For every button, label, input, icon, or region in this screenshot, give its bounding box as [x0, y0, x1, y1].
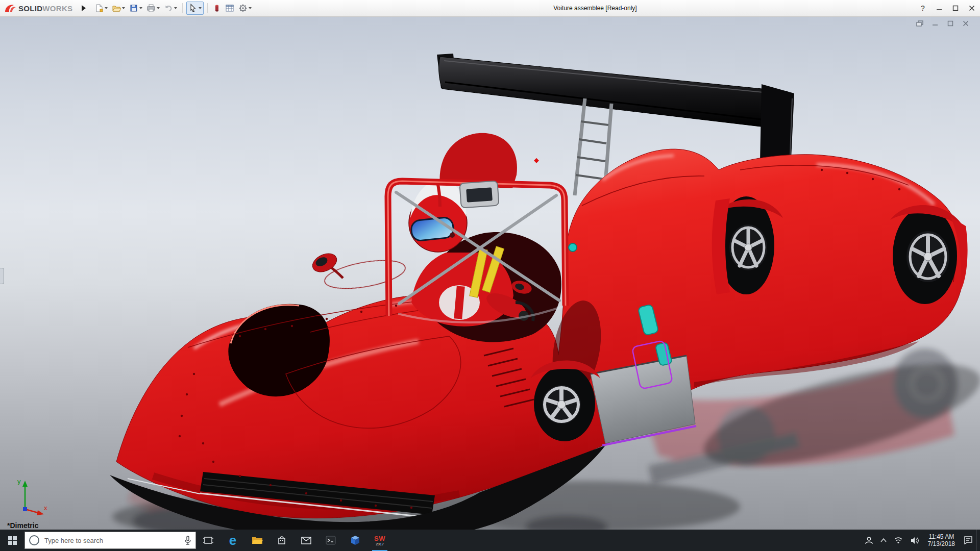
y-axis-arrow [22, 481, 28, 487]
dropdown-caret[interactable] [122, 7, 125, 9]
volume-icon [910, 537, 919, 544]
store-icon [277, 536, 286, 545]
tray-overflow-button[interactable] [877, 530, 890, 551]
maximize-button[interactable] [947, 0, 964, 16]
x-axis-arrow [37, 510, 44, 515]
title-bar: SOLIDWORKS [0, 0, 980, 17]
document-window-controls [916, 20, 970, 27]
doc-minimize-icon [932, 20, 938, 27]
network-button[interactable] [890, 530, 906, 551]
appearance-cylinder-icon [213, 4, 221, 13]
undo-button[interactable] [162, 2, 179, 14]
y-axis-label: y [17, 478, 21, 485]
dropdown-caret[interactable] [157, 7, 160, 9]
store-button[interactable] [270, 530, 294, 551]
help-glyph: ? [921, 4, 925, 12]
view-orientation-label: *Dimetric [7, 521, 38, 530]
windows-taskbar: e SW 2017 [0, 530, 980, 551]
doc-close-button[interactable] [962, 20, 970, 27]
action-center-icon [964, 536, 973, 544]
brand-text: SOLIDWORKS [18, 4, 72, 13]
start-icon [8, 536, 17, 545]
command-prompt-icon [326, 536, 336, 545]
system-tray: 11:45 AM 7/13/2018 [861, 530, 980, 551]
dropdown-caret[interactable] [249, 7, 252, 9]
start-button[interactable] [0, 530, 24, 551]
model-scene [0, 17, 980, 530]
sketch-point-mark [534, 158, 539, 163]
options-gear-icon [238, 4, 248, 13]
taskbar-search[interactable] [24, 532, 196, 549]
options-button[interactable] [237, 2, 253, 14]
action-center-button[interactable] [960, 530, 976, 551]
toolbar-separator [207, 3, 208, 13]
mail-button[interactable] [294, 530, 318, 551]
close-button[interactable] [964, 0, 980, 16]
edge-icon: e [229, 534, 236, 547]
select-tool-button[interactable] [186, 2, 204, 15]
undo-icon [164, 4, 173, 13]
volume-button[interactable] [906, 530, 923, 551]
cortana-ring-icon [29, 535, 39, 545]
clock-date: 7/13/2018 [928, 540, 955, 547]
minimize-icon [936, 5, 942, 11]
menu-flyout-arrow[interactable] [82, 5, 86, 11]
cube-app-button[interactable] [343, 530, 368, 551]
doc-cascade-button[interactable] [916, 20, 924, 27]
design-table-button[interactable] [224, 2, 236, 14]
new-document-icon [94, 4, 104, 13]
panel-splitter-handle[interactable] [0, 268, 4, 284]
dropdown-caret[interactable] [139, 7, 142, 9]
network-icon [894, 537, 903, 544]
doc-restore-button[interactable] [946, 20, 954, 27]
window-title: Voiture assemblee [Read-only] [553, 5, 636, 12]
solidworks-app-icon: SW 2017 [374, 535, 385, 546]
orientation-triad: y x [8, 475, 51, 518]
mail-icon [301, 537, 311, 544]
doc-minimize-button[interactable] [931, 20, 939, 27]
solidworks-app-button[interactable]: SW 2017 [368, 530, 392, 551]
z-axis-marker [23, 507, 27, 511]
task-view-icon [203, 536, 213, 544]
design-table-icon [225, 4, 234, 13]
search-input[interactable] [43, 536, 180, 545]
cascade-icon [916, 20, 923, 27]
show-desktop-button[interactable] [976, 530, 980, 551]
print-button[interactable] [145, 2, 161, 14]
dropdown-caret[interactable] [174, 7, 177, 9]
dropdown-caret[interactable] [199, 7, 202, 9]
helmet-visor [410, 217, 454, 241]
appearance-button[interactable] [211, 2, 223, 14]
new-document-button[interactable] [93, 2, 109, 14]
microphone-icon[interactable] [184, 536, 191, 545]
open-button[interactable] [110, 2, 127, 14]
dropdown-caret[interactable] [105, 7, 108, 9]
file-explorer-icon [252, 536, 263, 545]
x-axis-label: x [44, 504, 47, 512]
window-controls: ? [915, 0, 980, 16]
save-icon [129, 4, 138, 13]
command-prompt-button[interactable] [318, 530, 343, 551]
people-button[interactable] [861, 530, 877, 551]
file-explorer-button[interactable] [245, 530, 270, 551]
rearview-mirror [459, 181, 499, 208]
dassault-logo-icon [4, 3, 16, 13]
chevron-up-icon [880, 538, 887, 542]
doc-close-icon [963, 20, 969, 27]
brand-bold: SOLID [18, 4, 42, 13]
clock-time: 11:45 AM [928, 533, 955, 540]
open-icon [112, 4, 121, 13]
teal-fitting [569, 243, 577, 252]
help-button[interactable]: ? [915, 0, 931, 16]
edge-button[interactable]: e [220, 530, 245, 551]
toolbar-separator [182, 3, 183, 13]
minimize-button[interactable] [931, 0, 947, 16]
graphics-viewport[interactable]: y x *Dimetric [0, 17, 980, 530]
brand-light: WORKS [42, 4, 72, 13]
taskbar-clock[interactable]: 11:45 AM 7/13/2018 [923, 533, 960, 547]
sw-year: 2017 [376, 542, 384, 546]
save-button[interactable] [128, 2, 144, 14]
task-view-button[interactable] [196, 530, 220, 551]
print-icon [146, 4, 156, 13]
solidworks-logo: SOLIDWORKS [0, 3, 78, 13]
